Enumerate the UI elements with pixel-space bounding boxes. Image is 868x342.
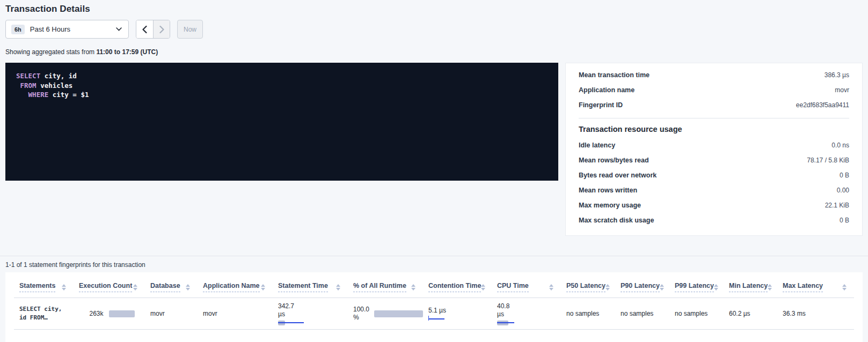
column-header-execution-count[interactable]: Execution Count <box>74 279 145 298</box>
time-nav-group <box>136 20 170 39</box>
table-header-row: StatementsExecution CountDatabaseApplica… <box>14 272 854 298</box>
p99-latency-cell: no samples <box>669 298 724 329</box>
stats-note-prefix: Showing aggregated stats from <box>5 48 96 56</box>
sort-icon <box>549 284 553 291</box>
resource-row: Bytes read over network0 B <box>579 168 849 183</box>
prev-time-button[interactable] <box>136 20 153 38</box>
resource-row: Max scratch disk usage0 B <box>579 213 849 228</box>
column-header-statements[interactable]: Statements <box>14 279 74 298</box>
column-header-p90-latency[interactable]: P90 Latency <box>615 279 669 298</box>
column-header-of-all-runtime[interactable]: % of All Runtime <box>348 279 423 298</box>
sort-icon <box>768 284 772 291</box>
column-header-p50-latency[interactable]: P50 Latency <box>561 279 615 298</box>
resource-usage-heading: Transaction resource usage <box>579 125 849 133</box>
kv-label: Bytes read over network <box>579 172 657 179</box>
p90-latency-cell: no samples <box>615 298 669 329</box>
column-header-contention-time[interactable]: Contention Time <box>423 279 492 298</box>
column-header-label: P99 Latency <box>675 282 714 292</box>
column-header-label: Database <box>150 282 180 292</box>
sort-icon <box>411 284 415 291</box>
sort-icon <box>261 284 265 291</box>
kv-label: Mean rows written <box>579 187 637 194</box>
column-header-label: Application Name <box>203 282 260 292</box>
contention-time-bar <box>428 316 444 321</box>
kv-value: 0 B <box>840 172 849 179</box>
resource-row: Mean rows written0.00 <box>579 183 849 198</box>
sort-icon <box>186 284 190 291</box>
card-divider <box>579 118 849 118</box>
column-header-min-latency[interactable]: Min Latency <box>724 279 777 298</box>
statements-cell[interactable]: SELECT city, id FROM… <box>14 298 74 329</box>
transaction-details-card: Mean transaction time386.3 µsApplication… <box>565 63 863 236</box>
contention-time-value: 5.1 µs <box>428 307 492 314</box>
kv-label: Application name <box>579 86 634 94</box>
kv-value: movr <box>835 86 849 94</box>
kv-label: Mean rows/bytes read <box>579 157 649 164</box>
column-header-max-latency[interactable]: Max Latency <box>777 279 854 298</box>
summary-rows: Mean transaction time386.3 µsApplication… <box>579 68 849 113</box>
database-cell: movr <box>145 298 198 329</box>
sort-icon <box>714 284 718 291</box>
main-content: SELECT city, id FROM vehicles WHERE city… <box>5 63 863 236</box>
column-header-label: % of All Runtime <box>353 282 406 292</box>
kv-value: 22.1 KiB <box>825 202 849 209</box>
resource-row: Mean rows/bytes read78.17 / 5.8 KiB <box>579 153 849 168</box>
statement-time-value: 342.7 µs <box>278 302 302 318</box>
column-header-label: P50 Latency <box>566 282 606 292</box>
column-header-label: Execution Count <box>79 282 132 292</box>
time-range-label: Past 6 Hours <box>30 25 116 33</box>
stats-note: Showing aggregated stats from 11:00 to 1… <box>5 48 863 56</box>
column-header-p99-latency[interactable]: P99 Latency <box>669 279 724 298</box>
runtime-bar <box>374 310 424 317</box>
column-header-label: Statement Time <box>278 282 328 292</box>
column-header-cpu-time[interactable]: CPU Time <box>492 279 561 298</box>
resource-rows: Idle latency0.0 nsMean rows/bytes read78… <box>579 138 849 228</box>
stats-note-range: 11:00 to 17:59 (UTC) <box>96 48 158 56</box>
statement-text-line1: SELECT city, <box>19 305 74 314</box>
column-header-application-name[interactable]: Application Name <box>198 279 273 298</box>
max-latency-cell: 36.3 ms <box>777 298 854 329</box>
page-divider <box>0 256 868 256</box>
kv-label: Max memory usage <box>579 202 641 209</box>
page-header: Transaction Details <box>0 0 868 14</box>
column-header-label: Max Latency <box>783 282 823 292</box>
kv-value: 0 B <box>840 217 849 224</box>
chevron-down-icon <box>116 27 122 31</box>
runtime-cell: 100.0 % <box>348 298 423 329</box>
kv-label: Max scratch disk usage <box>579 217 654 224</box>
resource-row: Max memory usage22.1 KiB <box>579 198 849 213</box>
cpu-time-cell: 40.8 µs <box>492 298 561 329</box>
kv-value: 78.17 / 5.8 KiB <box>807 157 849 164</box>
statements-table: StatementsExecution CountDatabaseApplica… <box>5 272 863 342</box>
sort-icon <box>133 284 137 291</box>
kv-value: 0.0 ns <box>831 142 849 149</box>
kv-value: ee2df683f5aa9411 <box>796 101 849 109</box>
column-header-statement-time[interactable]: Statement Time <box>273 279 348 298</box>
kv-label: Idle latency <box>579 142 615 149</box>
chevron-left-icon <box>142 26 147 33</box>
sort-icon <box>842 284 847 291</box>
summary-row: Fingerprint IDee2df683f5aa9411 <box>579 98 849 113</box>
kv-label: Fingerprint ID <box>579 101 623 109</box>
time-range-badge: 6h <box>11 25 25 34</box>
chevron-right-icon <box>159 26 164 33</box>
time-range-select[interactable]: 6h Past 6 Hours <box>5 20 129 39</box>
application-name-cell: movr <box>198 298 273 329</box>
sql-line: WHERE city = $1 <box>16 90 548 100</box>
sort-icon <box>62 284 66 291</box>
sql-line: FROM vehicles <box>16 81 548 91</box>
column-header-label: Statements <box>19 282 55 292</box>
resource-row: Idle latency0.0 ns <box>579 138 849 153</box>
column-header-label: CPU Time <box>497 282 529 292</box>
sort-icon <box>660 284 664 291</box>
sql-box: SELECT city, id FROM vehicles WHERE city… <box>5 63 558 181</box>
column-header-label: P90 Latency <box>621 282 660 292</box>
sql-line: SELECT city, id <box>16 71 548 81</box>
now-button[interactable]: Now <box>177 20 203 39</box>
cpu-time-bar <box>497 321 516 325</box>
cpu-time-value: 40.8 µs <box>497 302 515 318</box>
next-time-button[interactable] <box>153 20 170 38</box>
execution-count-bar <box>109 310 135 317</box>
column-header-database[interactable]: Database <box>145 279 198 298</box>
column-header-label: Contention Time <box>428 282 481 292</box>
